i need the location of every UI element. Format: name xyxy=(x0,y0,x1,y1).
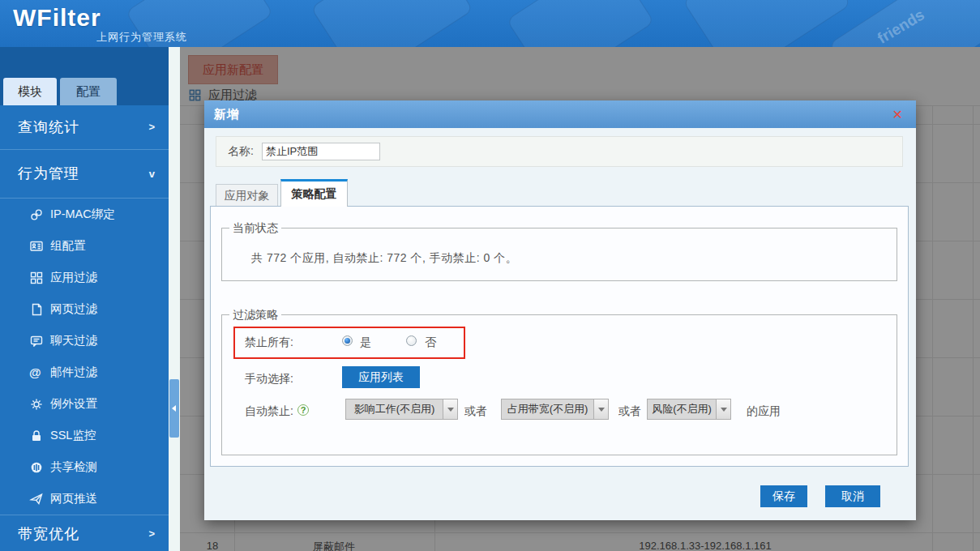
paper-plane-icon xyxy=(29,492,45,506)
current-status-legend: 当前状态 xyxy=(229,221,281,236)
dropdown-value: 占用带宽(不启用) xyxy=(501,399,593,420)
globe-icon xyxy=(29,460,45,475)
dropdown-arrow-icon xyxy=(716,399,731,420)
sidebar-section-label: 查询统计 xyxy=(18,119,79,135)
dialog-title: 新增 xyxy=(214,100,240,128)
grid-icon xyxy=(29,271,45,285)
wfilter-app: friends WFilter 上网行为管理系统 模块 配置 查询统计 > 行为… xyxy=(0,0,980,551)
dropdown-risk[interactable]: 风险(不启用) xyxy=(647,399,731,420)
sidebar-section-query-stats[interactable]: 查询统计 > xyxy=(0,105,169,150)
block-all-label: 禁止所有: xyxy=(245,335,293,350)
current-status-group: 当前状态 共 772 个应用, 自动禁止: 772 个, 手动禁止: 0 个。 xyxy=(221,228,897,281)
close-icon[interactable]: ✕ xyxy=(892,107,903,122)
or-text: 或者 xyxy=(464,404,487,419)
sidebar-item-share-detect[interactable]: 共享检测 xyxy=(0,451,169,483)
name-label: 名称: xyxy=(228,144,254,159)
sidebar-submenu: IP-MAC绑定 组配置 应用过滤 网页过滤 聊天过滤 xyxy=(0,199,169,515)
dropdown-arrow-icon xyxy=(593,399,609,420)
dropdown-value: 影响工作(不启用) xyxy=(345,399,443,420)
dropdown-arrow-icon xyxy=(443,399,458,420)
sidebar-item-app-filter[interactable]: 应用过滤 xyxy=(0,262,169,293)
gear-icon xyxy=(29,397,45,412)
radio-yes-label[interactable]: 是 xyxy=(360,335,371,350)
cancel-button[interactable]: 取消 xyxy=(825,485,880,507)
sidebar-item-label: 应用过滤 xyxy=(50,270,97,285)
chevron-left-icon xyxy=(172,405,176,412)
sidebar-item-mail-filter[interactable]: @ 邮件过滤 xyxy=(0,357,169,388)
at-icon: @ xyxy=(29,365,45,380)
sidebar-item-label: IP-MAC绑定 xyxy=(50,207,115,222)
webpage-icon xyxy=(29,302,45,317)
sidebar-section-label: 带宽优化 xyxy=(18,526,79,542)
chevron-right-icon: > xyxy=(148,515,156,551)
app-subtitle: 上网行为管理系统 xyxy=(96,30,187,45)
sidebar-item-label: 共享检测 xyxy=(50,459,97,475)
dropdown-value: 风险(不启用) xyxy=(647,399,716,420)
dialog-titlebar: 新增 ✕ xyxy=(204,100,916,128)
id-card-icon xyxy=(29,239,45,254)
sidebar-item-web-filter[interactable]: 网页过滤 xyxy=(0,293,169,325)
chevron-right-icon: > xyxy=(148,105,156,149)
name-field-row: 名称: xyxy=(216,136,903,167)
add-dialog: 新增 ✕ 名称: 应用对象 策略配置 当前状态 共 772 个应用, 自动禁止:… xyxy=(204,100,916,520)
or-text: 或者 xyxy=(618,404,641,419)
sidebar-tab-modules[interactable]: 模块 xyxy=(3,78,57,105)
sidebar-item-ssl-monitor[interactable]: SSL监控 xyxy=(0,420,169,451)
chevron-down-icon: v xyxy=(149,150,156,198)
apps-suffix-label: 的应用 xyxy=(747,404,781,419)
app-list-button[interactable]: 应用列表 xyxy=(342,366,420,388)
keyboard-key-decoration xyxy=(506,0,654,47)
current-status-text: 共 772 个应用, 自动禁止: 772 个, 手动禁止: 0 个。 xyxy=(251,251,517,266)
sidebar-menu: 查询统计 > 行为管理 v IP-MAC绑定 组配置 应用过滤 xyxy=(0,105,169,551)
sidebar-item-label: SSL监控 xyxy=(50,428,96,443)
policy-config-panel: 当前状态 共 772 个应用, 自动禁止: 772 个, 手动禁止: 0 个。 … xyxy=(210,206,909,467)
wfilter-logo: WFilter xyxy=(13,4,101,32)
sidebar-tab-config[interactable]: 配置 xyxy=(60,78,117,105)
name-input[interactable] xyxy=(262,143,380,160)
sidebar-item-label: 邮件过滤 xyxy=(50,365,97,380)
sidebar-section-label: 行为管理 xyxy=(18,165,79,182)
dropdown-impact-work[interactable]: 影响工作(不启用) xyxy=(345,399,458,420)
filter-policy-group: 过滤策略 禁止所有: 是 否 手动选择: 应用列表 自动禁止: ? 影响工作(不… xyxy=(221,314,897,455)
chat-icon xyxy=(29,334,45,348)
sidebar-item-label: 聊天过滤 xyxy=(50,333,97,348)
help-icon[interactable]: ? xyxy=(297,404,309,416)
sidebar: 模块 配置 查询统计 > 行为管理 v IP-MAC绑定 组配置 xyxy=(0,47,169,551)
sidebar-item-ip-mac-binding[interactable]: IP-MAC绑定 xyxy=(0,199,169,230)
dropdown-bandwidth-usage[interactable]: 占用带宽(不启用) xyxy=(501,399,609,420)
sidebar-tabbar: 模块 配置 xyxy=(0,47,169,105)
sidebar-item-exception-settings[interactable]: 例外设置 xyxy=(0,388,169,420)
tab-policy-config[interactable]: 策略配置 xyxy=(280,179,348,207)
sidebar-item-label: 例外设置 xyxy=(50,396,97,412)
app-header: friends WFilter 上网行为管理系统 xyxy=(0,0,980,47)
manual-select-label: 手动选择: xyxy=(245,372,293,387)
sidebar-section-bandwidth[interactable]: 带宽优化 > xyxy=(0,515,169,551)
tab-app-objects[interactable]: 应用对象 xyxy=(216,184,278,207)
collapse-sidebar-handle[interactable] xyxy=(169,379,179,438)
keyboard-key-decoration xyxy=(683,0,851,47)
sidebar-section-behavior-mgmt[interactable]: 行为管理 v xyxy=(0,150,169,199)
sidebar-item-label: 网页过滤 xyxy=(50,301,97,317)
sidebar-item-label: 网页推送 xyxy=(50,491,97,506)
link-icon xyxy=(29,207,45,222)
lock-icon xyxy=(29,429,45,443)
sidebar-item-web-push[interactable]: 网页推送 xyxy=(0,483,169,515)
filter-policy-legend: 过滤策略 xyxy=(229,308,281,322)
auto-block-label: 自动禁止: xyxy=(245,404,293,419)
save-button[interactable]: 保存 xyxy=(760,485,807,507)
radio-no-label[interactable]: 否 xyxy=(425,335,436,350)
keyboard-key-decoration xyxy=(310,0,473,47)
sidebar-gap xyxy=(169,47,180,551)
radio-no[interactable] xyxy=(406,335,417,346)
sidebar-item-group-config[interactable]: 组配置 xyxy=(0,230,169,262)
sidebar-item-label: 组配置 xyxy=(50,238,86,254)
radio-yes[interactable] xyxy=(342,335,353,346)
sidebar-item-chat-filter[interactable]: 聊天过滤 xyxy=(0,325,169,357)
